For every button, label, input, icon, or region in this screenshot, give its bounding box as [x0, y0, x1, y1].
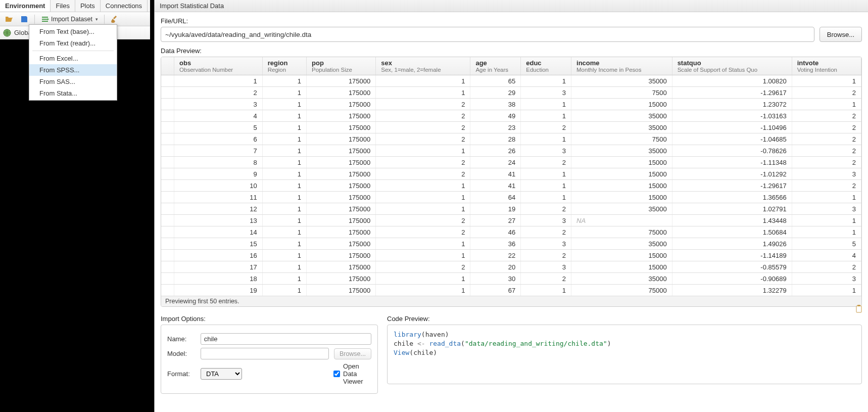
table-cell: -1.10496 — [672, 122, 792, 133]
table-cell: 7 — [174, 145, 263, 157]
pane-tab-environment[interactable]: Environment — [0, 0, 51, 12]
dropdown-caret-icon: ▾ — [95, 17, 98, 22]
table-cell: 6 — [174, 133, 263, 145]
column-header-sex[interactable]: sexSex, 1=male, 2=female — [376, 57, 470, 75]
pane-tabs: EnvironmentFilesPlotsConnections — [0, 0, 150, 12]
column-header-intvote[interactable]: intvoteVoting Intention — [792, 57, 861, 75]
table-row[interactable]: 1311750002273NA1.434481 — [161, 215, 861, 226]
table-cell: 2 — [792, 87, 861, 99]
table-cell: 1 — [792, 226, 861, 238]
table-row[interactable]: 81175000224215000-1.113482 — [161, 157, 861, 168]
table-cell: 2 — [376, 168, 470, 180]
code-preview-text[interactable]: library(haven) chile <- read_dta("data/r… — [394, 330, 855, 358]
table-cell: 2 — [792, 122, 861, 133]
table-row[interactable]: 1111750001641150001.365661 — [161, 192, 861, 203]
table-row[interactable]: 1211750001192350001.027913 — [161, 203, 861, 215]
table-cell: 1 — [262, 250, 306, 261]
model-browse-button[interactable]: Browse... — [334, 348, 371, 359]
name-input[interactable] — [201, 333, 371, 345]
table-cell: 5 — [174, 122, 263, 133]
column-header-age[interactable]: ageAge in Years — [470, 57, 521, 75]
menu-item[interactable]: From Stata... — [29, 87, 117, 99]
table-cell: 175000 — [307, 238, 376, 250]
table-row[interactable]: 111750001651350001.008201 — [161, 75, 861, 87]
table-cell: 1 — [376, 145, 470, 157]
table-cell: 1 — [376, 273, 470, 285]
table-cell: NA — [571, 215, 672, 226]
table-cell: 1 — [376, 250, 470, 261]
table-cell: 1 — [376, 238, 470, 250]
import-dataset-button[interactable]: Import Dataset ▾ — [39, 15, 100, 24]
table-cell: 2 — [521, 122, 571, 133]
clipboard-icon[interactable] — [855, 305, 863, 313]
table-row[interactable]: 161175000122215000-1.141894 — [161, 250, 861, 261]
table-cell: 2 — [792, 157, 861, 168]
table-cell: 29 — [470, 87, 521, 99]
table-cell: 10 — [174, 180, 263, 192]
format-label: Format: — [167, 370, 196, 378]
table-cell: -1.29617 — [672, 180, 792, 192]
menu-item[interactable]: From Text (base)... — [29, 26, 117, 37]
table-cell: 1 — [262, 99, 306, 110]
table-row[interactable]: 1911750001671750001.322791 — [161, 285, 861, 296]
menu-item[interactable]: From Excel... — [29, 53, 117, 64]
row-handle — [161, 285, 174, 296]
table-cell: 35000 — [571, 75, 672, 87]
row-handle — [161, 110, 174, 122]
table-cell: 3 — [792, 168, 861, 180]
table-cell: 75000 — [571, 226, 672, 238]
table-row[interactable]: 171175000220315000-0.855792 — [161, 261, 861, 273]
table-cell: 1 — [262, 168, 306, 180]
column-header-obs[interactable]: obsObservation Number — [174, 57, 263, 75]
table-row[interactable]: 1411750002462750001.506841 — [161, 226, 861, 238]
table-cell: 7500 — [571, 133, 672, 145]
pane-tab-files[interactable]: Files — [51, 0, 75, 12]
table-cell: 1 — [262, 145, 306, 157]
table-cell: 7500 — [571, 87, 672, 99]
table-cell: 2 — [376, 110, 470, 122]
table-cell: 175000 — [307, 285, 376, 296]
table-cell: 1.32279 — [672, 285, 792, 296]
table-cell: 27 — [470, 215, 521, 226]
table-cell: 1.23072 — [672, 99, 792, 110]
model-input[interactable] — [201, 348, 329, 359]
table-row[interactable]: 311750002381150001.230721 — [161, 99, 861, 110]
svg-rect-2 — [857, 305, 860, 306]
column-header-educ[interactable]: educEduction — [521, 57, 571, 75]
open-data-viewer-checkbox[interactable] — [333, 371, 340, 377]
row-handle — [161, 157, 174, 168]
clear-button[interactable] — [109, 15, 121, 24]
menu-item[interactable]: From Text (readr)... — [29, 37, 117, 49]
pane-tab-connections[interactable]: Connections — [101, 0, 148, 12]
column-header-income[interactable]: incomeMonthly Income in Pesos — [571, 57, 672, 75]
file-url-input[interactable] — [161, 27, 814, 42]
column-header-statquo[interactable]: statquoScale of Support of Status Quo — [672, 57, 792, 75]
table-row[interactable]: 6117500022817500-1.046852 — [161, 133, 861, 145]
format-select[interactable]: DTASAVPORSAS — [201, 368, 242, 380]
table-row[interactable]: 181175000130235000-0.906893 — [161, 273, 861, 285]
open-data-viewer-label[interactable]: Open Data Viewer — [343, 362, 371, 385]
menu-item[interactable]: From SPSS... — [29, 64, 117, 76]
column-header-region[interactable]: regionRegion — [262, 57, 306, 75]
table-row[interactable]: 2117500012937500-1.296172 — [161, 87, 861, 99]
table-cell: 175000 — [307, 75, 376, 87]
table-cell: 1 — [262, 133, 306, 145]
pane-tab-plots[interactable]: Plots — [75, 0, 101, 12]
table-row[interactable]: 51175000223235000-1.104962 — [161, 122, 861, 133]
data-preview-scroll[interactable]: obsObservation NumberregionRegionpopPopu… — [161, 57, 861, 296]
table-cell: 1.36566 — [672, 192, 792, 203]
table-row[interactable]: 1511750001363350001.490265 — [161, 238, 861, 250]
table-cell: 175000 — [307, 110, 376, 122]
save-button[interactable] — [18, 15, 30, 24]
table-row[interactable]: 71175000126335000-0.786262 — [161, 145, 861, 157]
table-row[interactable]: 101175000141115000-1.296172 — [161, 180, 861, 192]
table-cell: 175000 — [307, 87, 376, 99]
table-cell: 175000 — [307, 273, 376, 285]
table-row[interactable]: 91175000241115000-1.012923 — [161, 168, 861, 180]
browse-button[interactable]: Browse... — [819, 27, 862, 42]
table-row[interactable]: 41175000249135000-1.031632 — [161, 110, 861, 122]
column-header-pop[interactable]: popPopulation Size — [307, 57, 376, 75]
open-file-button[interactable] — [3, 15, 15, 24]
table-cell: 24 — [470, 157, 521, 168]
menu-item[interactable]: From SAS... — [29, 76, 117, 87]
